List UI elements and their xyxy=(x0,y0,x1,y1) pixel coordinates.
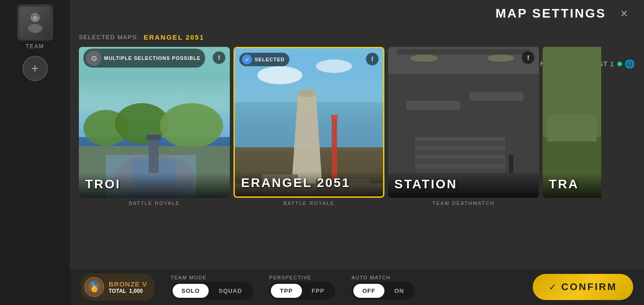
add-team-button[interactable]: + xyxy=(23,56,48,81)
training-name-overlay: TRA xyxy=(543,173,601,198)
rank-badge: 🏅 BRONZE V TOTAL 1,000 xyxy=(81,273,155,300)
close-button[interactable]: × xyxy=(615,5,633,23)
map-wrapper-training: TRA xyxy=(543,47,601,200)
perspective-section: PERSPECTIVE TPP FPP xyxy=(269,275,335,300)
off-button[interactable]: OFF xyxy=(353,284,384,298)
team-mode-toggle: SOLO SQUAD xyxy=(171,282,253,300)
svg-point-40 xyxy=(508,155,514,160)
erangel-badge-text: SELECTED xyxy=(255,57,285,62)
avatar xyxy=(17,5,53,41)
svg-rect-39 xyxy=(509,159,513,173)
map-card-training[interactable]: TRA xyxy=(543,47,601,198)
troi-badge-icon: ⊙ xyxy=(86,50,101,66)
confirm-button[interactable]: ✓ CONFIRM xyxy=(533,274,633,300)
station-info-button[interactable]: ! xyxy=(522,51,534,64)
svg-point-19 xyxy=(297,90,317,97)
svg-rect-14 xyxy=(146,135,161,140)
rank-name: BRONZE V xyxy=(109,280,147,288)
rank-info: BRONZE V TOTAL 1,000 xyxy=(109,280,147,294)
svg-rect-35 xyxy=(415,137,505,141)
map-wrapper-erangel: ✓ SELECTED ! ERANGEL 2051 BATTLE ROYALE xyxy=(233,47,384,206)
troi-badge: ⊙ MULTIPLE SELECTIONS POSSIBLE xyxy=(83,49,205,68)
tpp-button[interactable]: TPP xyxy=(271,284,301,298)
erangel-name-overlay: ERANGEL 2051 xyxy=(235,171,383,196)
map-wrapper-troi: ⊙ MULTIPLE SELECTIONS POSSIBLE ! TROI BA… xyxy=(79,47,230,206)
erangel-badge-area: ✓ SELECTED xyxy=(235,48,383,71)
svg-point-1 xyxy=(28,24,42,33)
perspective-label: PERSPECTIVE xyxy=(269,275,335,280)
svg-rect-43 xyxy=(547,114,597,141)
confirm-check-icon: ✓ xyxy=(549,282,557,292)
team-label: TEAM xyxy=(26,43,44,50)
svg-rect-33 xyxy=(469,92,523,101)
solo-button[interactable]: SOLO xyxy=(173,284,209,298)
svg-rect-37 xyxy=(415,155,505,159)
erangel-badge: ✓ SELECTED xyxy=(239,53,289,66)
team-mode-section: TEAM MODE SOLO SQUAD xyxy=(171,275,253,300)
rank-total-value: 1,000 xyxy=(129,288,143,294)
page-title: MAP SETTINGS xyxy=(495,6,606,21)
sidebar: TEAM + xyxy=(0,0,70,305)
svg-point-4 xyxy=(33,15,37,20)
erangel-category: BATTLE ROYALE xyxy=(283,200,335,206)
erangel-map-name: ERANGEL 2051 xyxy=(241,176,377,190)
confirm-label: CONFIRM xyxy=(561,281,617,293)
troi-badge-text: MULTIPLE SELECTIONS POSSIBLE xyxy=(104,55,201,61)
selected-maps-bar: SELECTED MAPS: ERANGEL 2051 ⚙ MATCH SETT… xyxy=(70,27,644,47)
svg-rect-13 xyxy=(149,137,159,173)
map-card-troi[interactable]: ⊙ MULTIPLE SELECTIONS POSSIBLE ! TROI xyxy=(79,47,230,198)
troi-info-button[interactable]: ! xyxy=(213,51,225,64)
erangel-check-icon: ✓ xyxy=(242,55,252,64)
bottom-bar: 🏅 BRONZE V TOTAL 1,000 TEAM MODE SOLO SQ… xyxy=(70,269,644,305)
squad-button[interactable]: SQUAD xyxy=(210,284,251,298)
on-button[interactable]: ON xyxy=(385,284,413,298)
main-content: MAP SETTINGS × SELECTED MAPS: ERANGEL 20… xyxy=(70,0,644,305)
auto-match-toggle: OFF ON xyxy=(352,282,415,300)
rank-icon: 🏅 xyxy=(84,277,104,297)
station-badge-area xyxy=(388,47,539,69)
troi-badge-area: ⊙ MULTIPLE SELECTIONS POSSIBLE xyxy=(79,47,230,69)
avatar-image xyxy=(19,7,51,38)
perspective-toggle: TPP FPP xyxy=(269,282,335,300)
auto-match-label: AUTO MATCH xyxy=(352,275,415,280)
header: MAP SETTINGS × xyxy=(70,0,644,27)
svg-point-8 xyxy=(160,103,223,148)
selected-maps-label: SELECTED MAPS: xyxy=(79,34,139,41)
troi-name-overlay: TROI xyxy=(79,173,230,198)
svg-rect-38 xyxy=(415,164,505,168)
svg-rect-32 xyxy=(406,101,460,110)
station-map-name: STATION xyxy=(394,177,533,191)
troi-category: BATTLE ROYALE xyxy=(129,200,180,206)
map-wrapper-station: ! STATION TEAM DEATHMATCH xyxy=(388,47,539,206)
maps-grid: ⊙ MULTIPLE SELECTIONS POSSIBLE ! TROI BA… xyxy=(70,47,644,241)
rank-total-label: TOTAL xyxy=(109,288,126,294)
training-map-name: TRA xyxy=(549,177,595,191)
map-card-erangel[interactable]: ✓ SELECTED ! ERANGEL 2051 xyxy=(233,47,384,198)
svg-rect-22 xyxy=(331,115,338,118)
fpp-button[interactable]: FPP xyxy=(303,284,333,298)
rank-total: TOTAL 1,000 xyxy=(109,288,147,294)
selected-maps-value: ERANGEL 2051 xyxy=(144,33,205,41)
team-mode-label: TEAM MODE xyxy=(171,275,253,280)
erangel-info-button[interactable]: ! xyxy=(366,53,379,65)
station-category: TEAM DEATHMATCH xyxy=(432,200,494,206)
station-name-overlay: STATION xyxy=(388,173,539,198)
map-card-station[interactable]: ! STATION xyxy=(388,47,539,198)
plus-icon: + xyxy=(31,62,38,75)
svg-rect-36 xyxy=(415,146,505,150)
auto-match-section: AUTO MATCH OFF ON xyxy=(352,275,415,300)
troi-map-name: TROI xyxy=(85,177,224,191)
